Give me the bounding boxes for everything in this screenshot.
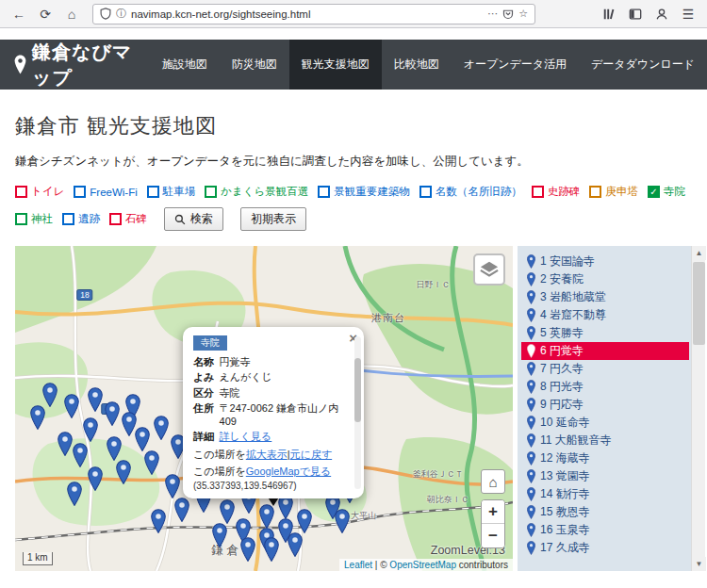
menu-icon[interactable]: ☰ [677, 3, 699, 25]
map-home-control[interactable]: ⌂ [481, 469, 505, 494]
map-marker-pin[interactable] [42, 383, 58, 407]
checkbox[interactable] [589, 186, 601, 198]
checkbox[interactable] [15, 186, 27, 198]
filter-option[interactable]: 史跡碑 [532, 185, 581, 199]
scroll-up-icon[interactable]: ▲ [692, 246, 706, 260]
map-marker-pin[interactable] [144, 450, 159, 475]
bookmark-star-icon[interactable]: ☆ [518, 8, 528, 20]
list-item-temple[interactable]: 2 安養院 [521, 270, 689, 288]
map-marker-pin[interactable] [116, 460, 131, 484]
map-marker-pin[interactable] [105, 401, 120, 426]
nav-item[interactable]: 防災地図 [220, 40, 289, 90]
library-icon[interactable] [598, 3, 620, 25]
zoom-out-button[interactable]: − [482, 524, 504, 547]
reset-button[interactable]: 初期表示 [240, 207, 306, 231]
checkbox[interactable] [74, 186, 86, 198]
map-marker-pin[interactable] [174, 498, 189, 522]
back-icon[interactable]: ← [8, 3, 30, 25]
map-marker-pin[interactable] [58, 432, 73, 456]
map-marker-pin[interactable] [67, 482, 82, 506]
zoom-in-link[interactable]: 拡大表示 [246, 449, 288, 460]
list-item-temple[interactable]: 9 円応寺 [521, 396, 689, 414]
map-marker-pin[interactable] [73, 443, 88, 467]
map-marker-pin[interactable] [88, 466, 103, 491]
filter-option[interactable]: かまくら景観百選 [205, 185, 308, 199]
zoom-reset-link[interactable]: 元に戻す [290, 449, 333, 460]
checkbox[interactable] [109, 213, 122, 225]
layers-control[interactable] [473, 253, 505, 286]
list-item-temple-selected[interactable]: 6 円覚寺 [521, 342, 689, 360]
checkbox[interactable] [419, 186, 432, 198]
map-marker-pin[interactable] [135, 427, 150, 451]
checkbox[interactable] [532, 186, 544, 198]
map-marker-pin[interactable] [122, 412, 137, 436]
map-marker-pin[interactable] [264, 537, 279, 562]
filter-option[interactable]: 神社 [15, 212, 53, 226]
map[interactable]: 港南台日野ＩＣ釜利谷ＪＣＴ朝比奈ＩＣ大平山鎌倉市1821 × 寺院 名称円覚寺よ… [15, 246, 513, 571]
map-marker-pin[interactable] [154, 416, 169, 440]
checkbox[interactable] [147, 186, 159, 198]
list-item-temple[interactable]: 5 英勝寺 [521, 324, 689, 342]
url-bar[interactable]: ⓘ navimap.kcn-net.org/sightseeing.html ⋯… [92, 4, 535, 24]
shield-icon[interactable] [100, 8, 111, 20]
list-item-temple[interactable]: 15 教恩寺 [521, 503, 689, 521]
map-marker-pin[interactable] [335, 509, 350, 533]
list-item-temple[interactable]: 3 岩船地蔵堂 [521, 288, 689, 306]
nav-item[interactable]: 比較地図 [382, 40, 452, 90]
list-item-temple[interactable]: 17 久成寺 [521, 539, 689, 557]
list-item-temple[interactable]: 11 大船観音寺 [521, 432, 689, 449]
url-text[interactable]: navimap.kcn-net.org/sightseeing.html [131, 8, 483, 20]
nav-item[interactable]: データダウンロード [579, 40, 707, 90]
account-icon[interactable] [650, 3, 673, 25]
search-button[interactable]: 検索 [164, 207, 223, 231]
map-marker-pin[interactable] [107, 436, 122, 461]
nav-item[interactable]: オープンデータ活用 [452, 40, 579, 90]
map-marker-pin[interactable] [88, 387, 103, 412]
map-marker-pin[interactable] [240, 537, 255, 562]
filter-option[interactable]: FreeWi-Fi [74, 186, 137, 198]
home-icon[interactable]: ⌂ [60, 3, 83, 25]
filter-option[interactable]: 石碑 [109, 212, 147, 226]
pocket-icon[interactable] [502, 8, 514, 20]
checkbox[interactable] [62, 213, 74, 225]
sidebar-scrollbar-thumb[interactable] [693, 262, 705, 345]
map-marker-pin[interactable] [64, 394, 79, 418]
checkbox-checked[interactable]: ✓ [648, 186, 660, 198]
map-marker-pin[interactable] [259, 504, 274, 529]
map-marker-pin[interactable] [165, 474, 180, 498]
map-marker-pin[interactable] [83, 417, 98, 442]
site-info-icon[interactable]: ⓘ [116, 7, 126, 21]
filter-option[interactable]: ✓寺院 [648, 185, 685, 199]
map-marker-pin[interactable] [220, 499, 235, 524]
list-item-temple[interactable]: 16 玉泉寺 [521, 521, 689, 539]
list-item-temple[interactable]: 4 岩窟不動尊 [521, 306, 689, 324]
list-item-temple[interactable]: 13 覚園寺 [521, 467, 689, 485]
popup-scrollbar[interactable] [354, 336, 361, 489]
nav-item[interactable]: 施設地図 [150, 40, 220, 90]
filter-option[interactable]: 駐車場 [147, 185, 196, 199]
map-marker-pin[interactable] [297, 509, 312, 533]
checkbox[interactable] [318, 186, 330, 198]
sidebar-toggle-icon[interactable] [624, 3, 647, 25]
filter-option[interactable]: 名数（名所旧跡） [419, 185, 522, 199]
map-marker-pin[interactable] [212, 523, 227, 547]
filter-option[interactable]: 遺跡 [62, 212, 100, 226]
list-item-temple[interactable]: 14 勧行寺 [521, 485, 689, 503]
reload-icon[interactable]: ⟳ [34, 3, 57, 25]
map-marker-pin[interactable] [30, 405, 45, 430]
list-item-temple[interactable]: 8 円光寺 [521, 378, 689, 396]
page-actions-icon[interactable]: ⋯ [487, 8, 498, 20]
googlemap-link[interactable]: GoogleMapで見る [246, 466, 331, 477]
detail-link[interactable]: 詳しく見る [220, 431, 272, 442]
filter-option[interactable]: 庚申塔 [589, 185, 638, 199]
checkbox[interactable] [205, 186, 217, 198]
map-marker-pin[interactable] [151, 509, 166, 533]
checkbox[interactable] [15, 213, 27, 225]
list-item-temple[interactable]: 10 延命寺 [521, 414, 689, 432]
popup-scrollbar-thumb[interactable] [354, 358, 361, 422]
map-marker-pin[interactable] [288, 532, 303, 557]
scroll-down-icon[interactable]: ▼ [692, 557, 706, 571]
nav-item-active[interactable]: 観光支援地図 [289, 40, 382, 90]
zoom-in-button[interactable]: + [482, 500, 504, 524]
leaflet-link[interactable]: Leaflet [344, 560, 372, 570]
